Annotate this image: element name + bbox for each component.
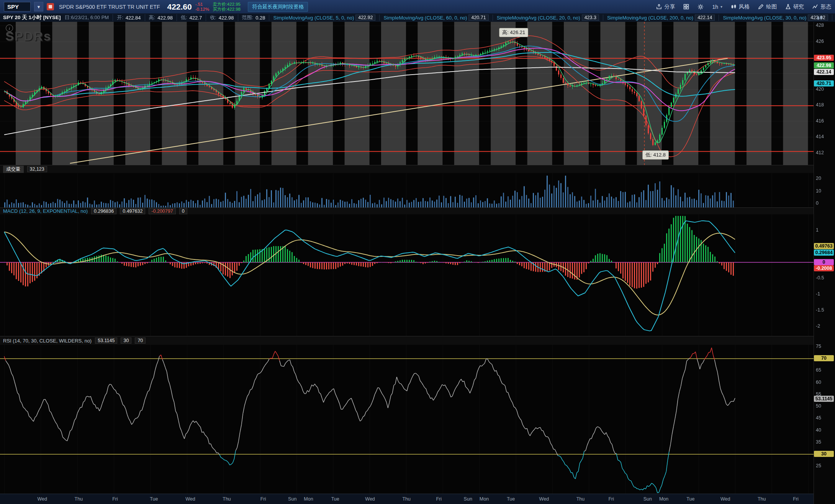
pencil-icon bbox=[758, 4, 764, 10]
bid-price: 买方价:422.98 bbox=[213, 7, 241, 12]
chart-settings-icon[interactable] bbox=[817, 15, 823, 23]
time-axis-label: Tue bbox=[146, 496, 162, 502]
price-axis-column[interactable] bbox=[814, 13, 835, 504]
macd-label[interactable]: MACD (12, 26, 9, EXPONENTIAL, no) bbox=[3, 208, 88, 214]
time-axis-label: Fri bbox=[604, 496, 619, 502]
time-axis-label: Thu bbox=[399, 496, 414, 502]
macd-canvas[interactable] bbox=[0, 214, 814, 336]
share-label: 分享 bbox=[664, 3, 675, 10]
time-axis-label: Fri bbox=[788, 496, 804, 502]
draw-button[interactable]: 绘图 bbox=[758, 3, 777, 10]
chart-style-icon bbox=[731, 4, 737, 10]
settings-button[interactable] bbox=[697, 4, 704, 10]
volume-pane[interactable] bbox=[0, 173, 814, 207]
chart-datetime: 日:6/23/21, 6:00 PM bbox=[65, 14, 109, 21]
time-axis-label: Mon bbox=[656, 496, 671, 502]
chart-title: SPY 20 天 1小时 [NYSE] bbox=[3, 14, 61, 21]
rsi-oversold: 30 bbox=[121, 338, 131, 344]
ohlc-high: 高:422.98 bbox=[145, 14, 173, 21]
draw-label: 绘图 bbox=[766, 3, 777, 10]
volume-header: 成交量 32,123 bbox=[0, 165, 814, 173]
rsi-overbought: 70 bbox=[135, 338, 146, 344]
study-sma30[interactable]: SimpleMovingAvg (CLOSE, 30, 0, no)423.02 bbox=[719, 15, 828, 21]
volume-label[interactable]: 成交量 bbox=[3, 166, 24, 173]
time-axis-label: Wed bbox=[536, 496, 552, 502]
time-axis-label: Sun bbox=[640, 496, 655, 502]
ask-price: 卖方价:422.95 bbox=[213, 2, 241, 7]
macd-avg: 0.497632 bbox=[120, 208, 145, 214]
rsi-label[interactable]: RSI (14, 70, 30, CLOSE, WILDERS, no) bbox=[3, 338, 92, 344]
zigzag-pattern-icon bbox=[812, 4, 818, 10]
spdrs-watermark: SPDRs bbox=[5, 29, 51, 44]
symbol-dropdown-button[interactable]: ▼ bbox=[34, 2, 43, 11]
trading-platform-window: SPY ▼ SPDR S&P500 ETF TRUST TR UNIT ETF … bbox=[0, 0, 835, 504]
study-sma20[interactable]: SimpleMovingAvg (CLOSE, 20, 0, no)423.3 bbox=[493, 15, 599, 21]
symbol-input[interactable]: SPY bbox=[4, 2, 31, 11]
macd-value: 0.296836 bbox=[91, 208, 116, 214]
alert-flag-icon[interactable] bbox=[47, 3, 54, 10]
rsi-header: RSI (14, 70, 30, CLOSE, WILDERS, no) 53.… bbox=[0, 336, 814, 345]
volume-canvas[interactable] bbox=[0, 173, 814, 207]
macd-header: MACD (12, 26, 9, EXPONENTIAL, no) 0.2968… bbox=[0, 207, 814, 214]
time-axis-label: Thu bbox=[219, 496, 234, 502]
macd-pane[interactable] bbox=[0, 214, 814, 336]
info-icon[interactable]: i bbox=[6, 24, 13, 32]
rsi-pane[interactable] bbox=[0, 345, 814, 494]
grid-view-button[interactable] bbox=[683, 4, 689, 10]
time-axis-label: Fri bbox=[431, 496, 447, 502]
time-axis-label: Thu bbox=[573, 496, 588, 502]
macd-zero: 0 bbox=[179, 208, 187, 214]
patterns-button[interactable]: 形态 bbox=[812, 3, 831, 10]
ohlc-close: 收:422.98 bbox=[206, 14, 234, 21]
share-button[interactable]: 分享 bbox=[656, 3, 675, 10]
grid-icon bbox=[683, 4, 689, 10]
symbol-text: SPY bbox=[7, 3, 19, 10]
company-name: SPDR S&P500 ETF TRUST TR UNIT ETF bbox=[59, 4, 160, 10]
patterns-label: 形态 bbox=[820, 3, 831, 10]
time-axis-label: Thu bbox=[754, 496, 770, 502]
volume-value: 32,123 bbox=[27, 166, 47, 172]
ohlc-low: 低:422.7 bbox=[177, 14, 202, 21]
time-axis-label: Sun bbox=[460, 496, 476, 502]
time-axis-label: Mon bbox=[476, 496, 492, 502]
studies-button[interactable]: 研究 bbox=[785, 3, 804, 10]
study-sma60[interactable]: SimpleMovingAvg (CLOSE, 60, 0, no)420.71 bbox=[379, 15, 488, 21]
study-sma200[interactable]: SimpleMovingAvg (CLOSE, 200, 0, no)422.1… bbox=[603, 15, 715, 21]
change-value: -.51 bbox=[195, 2, 209, 7]
price-chart-pane[interactable] bbox=[0, 22, 814, 165]
time-axis-label: Fri bbox=[107, 496, 123, 502]
chevron-down-icon: ▾ bbox=[720, 5, 722, 9]
change-percent: -0.12% bbox=[195, 7, 209, 12]
time-axis-label: Thu bbox=[71, 496, 86, 502]
rsi-value: 53.1145 bbox=[95, 338, 117, 344]
study-sma5[interactable]: SimpleMovingAvg (CLOSE, 5, 0, no)422.92 bbox=[269, 15, 375, 21]
rsi-canvas[interactable] bbox=[0, 345, 814, 494]
last-price: 422.60 bbox=[167, 2, 192, 11]
top-toolbar: SPY ▼ SPDR S&P500 ETF TRUST TR UNIT ETF … bbox=[0, 0, 835, 13]
studies-label: 研究 bbox=[793, 3, 804, 10]
style-button[interactable]: 风格 bbox=[731, 3, 750, 10]
price-change: -.51 -0.12% bbox=[195, 2, 209, 12]
flask-icon bbox=[785, 4, 791, 10]
time-axis[interactable]: WedThuFriTueWedThuFriSunMonTueWedThuFriS… bbox=[0, 494, 814, 504]
chevron-down-icon: ▼ bbox=[37, 5, 41, 9]
extended-session-badge: 符合延长夜间时段资格 bbox=[248, 2, 308, 12]
chart-header-row: SPY 20 天 1小时 [NYSE] 日:6/23/21, 6:00 PM 开… bbox=[0, 13, 835, 22]
time-axis-label: Mon bbox=[301, 496, 316, 502]
time-axis-label: Tue bbox=[327, 496, 343, 502]
time-axis-label: Wed bbox=[183, 496, 198, 502]
ohlc-range: 范围:0.28 bbox=[238, 14, 265, 21]
time-axis-label: Wed bbox=[34, 496, 50, 502]
price-chart-canvas[interactable] bbox=[0, 22, 814, 165]
time-axis-label: Tue bbox=[683, 496, 698, 502]
bid-ask: 卖方价:422.95 买方价:422.98 bbox=[213, 2, 241, 12]
study-bollinger[interactable]: BollingerBands (CLOSE, 0, 20, -2.0, 2.0,… bbox=[832, 15, 835, 21]
toolbar-right-group: 分享 1h ▾ 风格 绘图 研究 bbox=[656, 3, 831, 10]
style-label: 风格 bbox=[739, 3, 750, 10]
share-icon bbox=[656, 4, 662, 10]
time-axis-label: Fri bbox=[255, 496, 271, 502]
timeframe-label: 1h bbox=[712, 4, 718, 10]
timeframe-button[interactable]: 1h ▾ bbox=[712, 4, 722, 10]
time-axis-label: Wed bbox=[718, 496, 733, 502]
time-axis-label: Tue bbox=[503, 496, 519, 502]
